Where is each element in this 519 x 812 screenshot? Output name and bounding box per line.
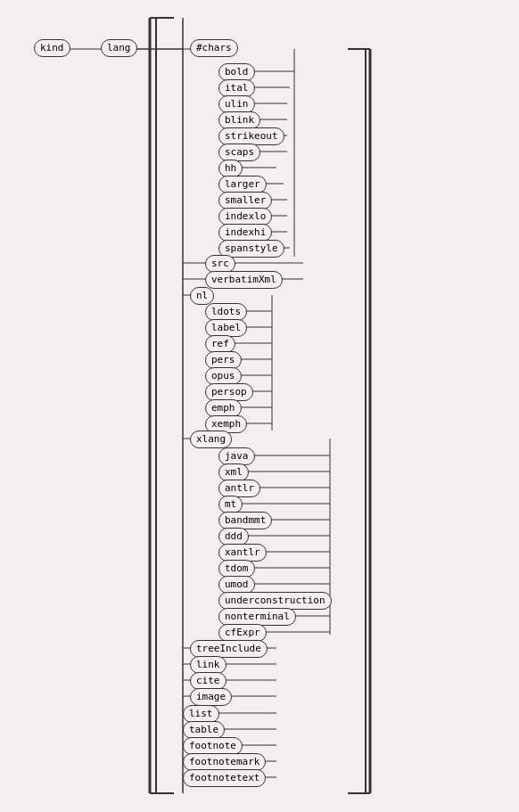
xlang-node[interactable]: xlang [190, 431, 232, 448]
footnote-node[interactable]: footnote [183, 737, 243, 755]
table-node[interactable]: table [183, 721, 225, 739]
indexhi-node[interactable]: indexhi [218, 224, 272, 242]
chars-node[interactable]: #chars [190, 39, 238, 57]
list-node[interactable]: list [183, 705, 219, 723]
footnotemark-node[interactable]: footnotemark [183, 753, 266, 771]
antlr-node[interactable]: antlr [218, 480, 260, 497]
ulin-node[interactable]: ulin [218, 95, 255, 113]
ldots-node[interactable]: ldots [205, 303, 247, 321]
src-node[interactable]: src [205, 255, 235, 273]
umod-node[interactable]: umod [218, 576, 255, 594]
verbatimxml-node[interactable]: verbatimXml [205, 271, 283, 289]
lang-tab[interactable]: lang [101, 39, 137, 57]
treeinclude-node[interactable]: treeInclude [190, 640, 268, 658]
nl-node[interactable]: nl [190, 287, 214, 305]
xantlr-node[interactable]: xantlr [218, 544, 267, 562]
kind-tab[interactable]: kind [34, 39, 70, 57]
footnotetext-node[interactable]: footnotetext [183, 769, 266, 787]
ddd-node[interactable]: ddd [218, 528, 249, 545]
ital-node[interactable]: ital [218, 79, 255, 97]
indexlo-node[interactable]: indexlo [218, 208, 272, 226]
pers-node[interactable]: pers [205, 351, 242, 369]
mt-node[interactable]: mt [218, 496, 243, 513]
underconstruction-node[interactable]: underconstruction [218, 592, 332, 610]
hh-node[interactable]: hh [218, 160, 243, 177]
bandmmt-node[interactable]: bandmmt [218, 512, 272, 529]
image-node[interactable]: image [190, 688, 232, 706]
emph-node[interactable]: emph [205, 399, 242, 417]
blink-node[interactable]: blink [218, 111, 260, 129]
larger-node[interactable]: larger [218, 176, 267, 193]
bold-node[interactable]: bold [218, 63, 255, 81]
opus-node[interactable]: opus [205, 367, 242, 385]
smaller-node[interactable]: smaller [218, 192, 272, 209]
nonterminal-node[interactable]: nonterminal [218, 608, 296, 626]
cite-node[interactable]: cite [190, 672, 227, 690]
xml-node[interactable]: xml [218, 463, 249, 481]
label-node[interactable]: label [205, 319, 247, 337]
strikeout-node[interactable]: strikeout [218, 127, 284, 145]
cfexpr-node[interactable]: cfExpr [218, 624, 267, 642]
tdom-node[interactable]: tdom [218, 560, 255, 578]
link-node[interactable]: link [190, 656, 227, 674]
scaps-node[interactable]: scaps [218, 144, 260, 161]
ref-node[interactable]: ref [205, 335, 235, 353]
persop-node[interactable]: persop [205, 383, 253, 401]
java-node[interactable]: java [218, 447, 255, 465]
